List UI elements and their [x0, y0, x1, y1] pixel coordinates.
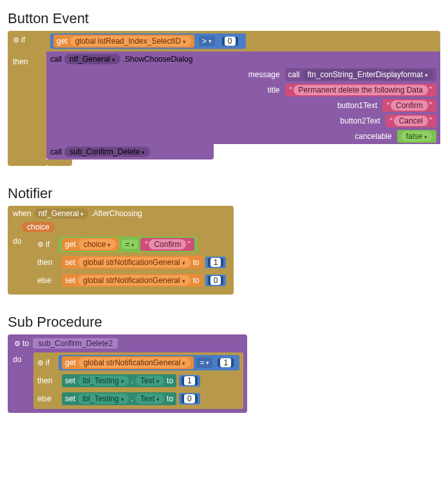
equals-operator-2[interactable]: = — [196, 358, 212, 368]
get-block[interactable]: get global lstRead_Index_SelectID — [53, 35, 194, 48]
set-var-dropdown-else[interactable]: global strNotificationGeneral — [78, 275, 191, 286]
operator-dropdown[interactable]: > — [199, 36, 215, 46]
call2-target-dropdown[interactable]: sub_Confirm_Delete — [64, 147, 150, 157]
procedure-block[interactable]: to sub_Confirm_Delete2 do if get global … — [8, 334, 247, 413]
block-nub — [46, 159, 72, 166]
section-button-event: Button Event if then get global lstRead_… — [8, 10, 440, 166]
when-target-dropdown[interactable]: ntf_General — [34, 208, 89, 219]
heading-sub-procedure: Sub Procedure — [8, 314, 440, 331]
call-args: message call ftn_conString_EnterDisplayf… — [46, 67, 440, 144]
do-keyword: do — [8, 234, 31, 295]
set-else[interactable]: set global strNotificationGeneral to — [62, 274, 203, 287]
get-choice-dropdown[interactable]: choice — [79, 239, 117, 250]
arg-button2-value[interactable]: “Cancel” — [386, 114, 436, 127]
equals-operator[interactable]: = — [122, 240, 138, 249]
heading-notifier: Notifier — [8, 185, 440, 202]
property-dropdown-else[interactable]: Text — [136, 394, 164, 404]
arg-title-value[interactable]: “Permanent delete the following Data” — [285, 84, 436, 96]
component-dropdown-else[interactable]: lbl_Testing — [78, 394, 129, 404]
heading-button-event: Button Event — [8, 10, 440, 27]
get-var2-dropdown[interactable]: global strNotificationGeneral — [79, 358, 191, 368]
inner-if-2[interactable]: if get global strNotificationGeneral = 1 — [33, 352, 243, 373]
then-number-2[interactable]: 1 — [179, 375, 200, 387]
component-dropdown-then[interactable]: lbl_Testing — [78, 376, 129, 386]
if-block[interactable]: if then get global lstRead_Index_SelectI… — [8, 31, 440, 166]
set-then[interactable]: set global strNotificationGeneral to — [62, 256, 203, 269]
compare-string[interactable]: “Confirm” — [140, 238, 194, 251]
get-choice[interactable]: get choice — [62, 238, 119, 251]
when-block[interactable]: when ntf_General .AfterChoosing choice d… — [8, 206, 234, 295]
message-call-dropdown[interactable]: ftn_conString_EnterDisplayformat — [303, 69, 433, 80]
compare-equals-block[interactable]: get choice = “Confirm” — [59, 237, 198, 252]
section-notifier: Notifier when ntf_General .AfterChoosing… — [8, 185, 440, 295]
arg-message-value[interactable]: call ftn_conString_EnterDisplayformat — [285, 68, 436, 81]
compare-equals-block-2[interactable]: get global strNotificationGeneral = 1 — [59, 355, 239, 370]
section-sub-procedure: Sub Procedure to sub_Confirm_Delete2 do … — [8, 314, 440, 413]
number-block[interactable]: 0 — [219, 35, 241, 47]
set-var-dropdown-then[interactable]: global strNotificationGeneral — [78, 257, 191, 268]
param-choice[interactable]: choice — [22, 222, 55, 232]
compare-block[interactable]: get global lstRead_Index_SelectID > 0 — [50, 33, 246, 49]
get-var-2[interactable]: get global strNotificationGeneral — [62, 356, 194, 369]
procedure-name[interactable]: sub_Confirm_Delete2 — [33, 338, 118, 349]
get-variable-dropdown[interactable]: global lstRead_Index_SelectID — [70, 36, 191, 46]
if-keyword: if — [8, 33, 46, 46]
if-condition-row: get global lstRead_Index_SelectID > 0 — [46, 31, 440, 51]
set-label-then[interactable]: set lbl_Testing . Text to — [62, 374, 176, 387]
arg-button1-value[interactable]: “Confirm” — [382, 99, 436, 112]
else-number-2[interactable]: 0 — [179, 393, 200, 405]
call-show-dialog[interactable]: call ntf_General .ShowChooseDialog — [46, 51, 440, 67]
do-keyword-2: do — [8, 352, 31, 413]
then-number[interactable]: 1 — [205, 257, 227, 268]
inner-if[interactable]: if get choice = “Confirm” — [33, 234, 230, 255]
set-label-else[interactable]: set lbl_Testing . Text to — [62, 392, 176, 405]
arg-cancelable-value[interactable]: false — [397, 130, 436, 143]
compare-number-2[interactable]: 1 — [215, 357, 236, 369]
property-dropdown-then[interactable]: Text — [136, 376, 164, 386]
else-number[interactable]: 0 — [205, 275, 227, 286]
then-keyword: then — [8, 55, 46, 68]
call-target-dropdown[interactable]: ntf_General — [64, 54, 120, 64]
call-sub-confirm-delete[interactable]: call sub_Confirm_Delete — [46, 144, 214, 159]
